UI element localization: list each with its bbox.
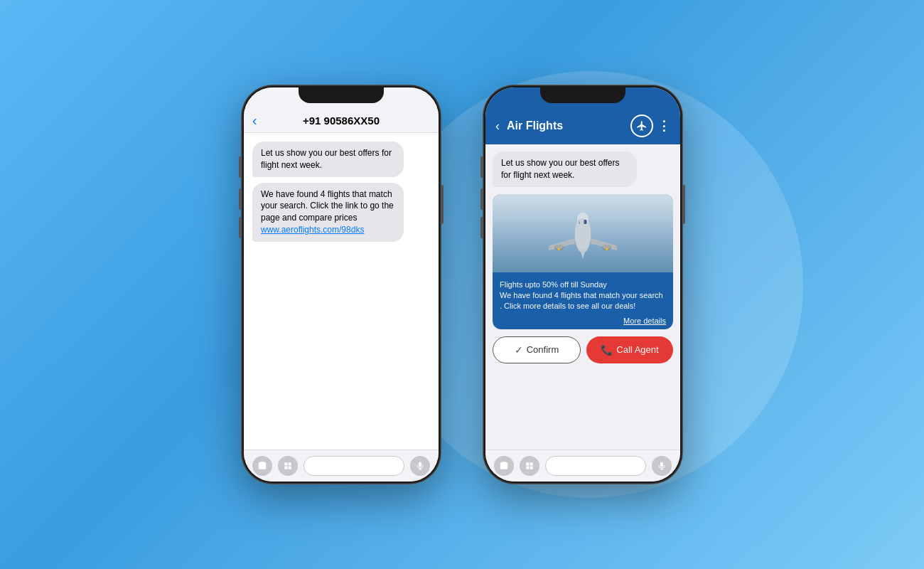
svg-point-8: [558, 248, 560, 250]
svg-point-9: [606, 248, 608, 250]
more-details-link[interactable]: More details: [500, 317, 666, 325]
more-options-icon[interactable]: ⋮: [657, 118, 670, 134]
sms-footer: [244, 450, 439, 482]
app-phone: ‹ Air Flights ⋮ Let us show you our best: [483, 85, 682, 484]
camera-icon[interactable]: [252, 456, 272, 476]
sms-contact-title: +91 90586XX50: [303, 115, 380, 127]
sms-link[interactable]: www.aeroflights.com/98dks: [261, 225, 364, 235]
rich-card-image: [493, 194, 673, 272]
phone-notch-left: [299, 87, 384, 103]
sms-bubble-2: We have found 4 flights that match your …: [252, 183, 404, 242]
app-header-icons: ⋮: [630, 115, 670, 137]
app-footer: [485, 450, 680, 482]
app-message-input[interactable]: [545, 456, 646, 476]
call-agent-button[interactable]: 📞 Call Agent: [586, 336, 673, 363]
app-camera-icon[interactable]: [494, 456, 514, 476]
app-apps-icon[interactable]: [520, 456, 539, 476]
confirm-button[interactable]: ✓ Confirm: [493, 336, 581, 363]
phones-container: ‹ +91 90586XX50 Let us show you our best…: [242, 85, 682, 484]
app-bubble: Let us show you our best offers for flig…: [493, 151, 637, 187]
app-body: Let us show you our best offers for flig…: [485, 144, 680, 450]
phone-notch-right: [540, 87, 625, 103]
sms-input[interactable]: [303, 456, 404, 476]
sms-back-button[interactable]: ‹: [252, 112, 257, 129]
plane-icon: [630, 115, 653, 137]
action-buttons: ✓ Confirm 📞 Call Agent: [493, 336, 673, 366]
rich-card-body: Flights upto 50% off till Sunday We have…: [493, 272, 673, 329]
check-icon: ✓: [515, 344, 523, 356]
phone-icon: 📞: [601, 344, 613, 356]
sms-bubble-1: Let us show you our best offers for flig…: [252, 142, 404, 177]
app-back-button[interactable]: ‹: [495, 119, 501, 134]
rich-card-text: Flights upto 50% off till Sunday We have…: [500, 280, 666, 312]
sms-phone: ‹ +91 90586XX50 Let us show you our best…: [242, 85, 441, 484]
app-mic-icon[interactable]: [652, 456, 672, 476]
app-title: Air Flights: [507, 119, 625, 132]
mic-icon[interactable]: [410, 456, 430, 476]
apps-icon[interactable]: [278, 456, 298, 476]
rich-card: Flights upto 50% off till Sunday We have…: [493, 194, 673, 329]
sms-body: Let us show you our best offers for flig…: [244, 133, 439, 450]
